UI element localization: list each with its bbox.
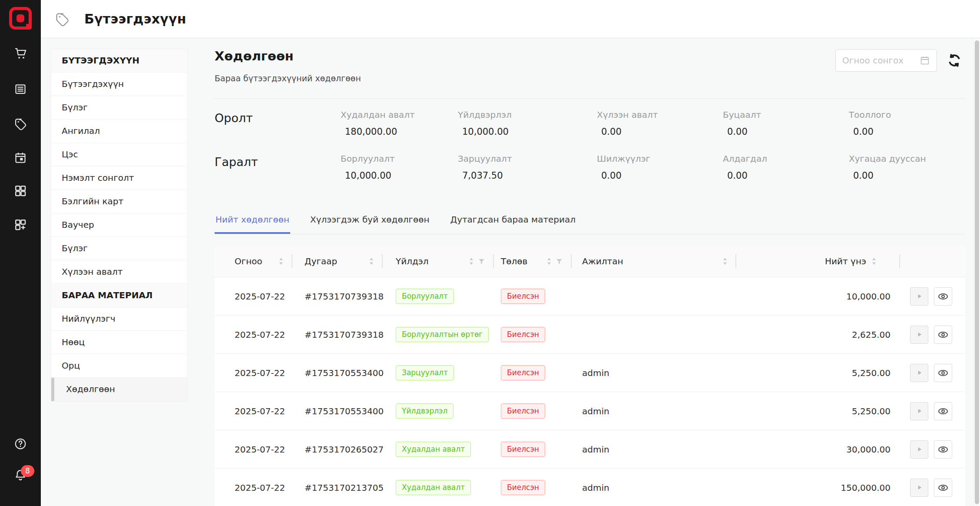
summary-metric: Хүлээн авалт 0.00	[597, 110, 723, 137]
play-icon	[916, 331, 923, 338]
sidebar-item-label: Хүлээн авалт	[62, 266, 122, 277]
cell-total: 10,000.00	[736, 291, 900, 302]
view-button[interactable]	[934, 479, 952, 497]
sidebar-item[interactable]: Бүтээгдэхүүн	[51, 73, 187, 96]
column-label: Үйлдэл	[396, 256, 429, 266]
status-badge: Биелсэн	[501, 327, 545, 342]
column-header[interactable]: Дугаар	[292, 246, 383, 277]
summary-metric: Хугацаа дууссан 0.00	[849, 153, 965, 181]
summary-metric: Зарцуулалт 7,037.50	[458, 153, 597, 181]
sidebar-item[interactable]: Нэмэлт сонголт	[51, 166, 187, 190]
view-button[interactable]	[934, 402, 952, 420]
play-button[interactable]	[910, 479, 928, 497]
filter-icon[interactable]	[478, 258, 485, 265]
sort-icon[interactable]	[469, 257, 474, 266]
sort-icon[interactable]	[369, 257, 374, 266]
cell-total: 2,625.00	[736, 330, 900, 340]
calendar-icon[interactable]	[14, 151, 27, 164]
summary-metric: Буцаалт 0.00	[723, 110, 849, 137]
cell-total: 150,000.00	[736, 483, 900, 493]
cell-number: #1753170213705	[292, 483, 383, 493]
column-header[interactable]: Үйлдэл	[383, 246, 494, 277]
date-range-picker[interactable]: Огноо сонгох	[835, 49, 937, 72]
sidebar-item[interactable]: Нөөц	[51, 331, 187, 354]
view-button[interactable]	[934, 364, 952, 382]
metric-value: 0.00	[849, 170, 965, 181]
cell-number: #1753170553400	[292, 406, 383, 416]
sort-icon[interactable]	[722, 257, 728, 266]
sidebar-item[interactable]: Нийлүүлэгч	[51, 307, 187, 331]
icon-rail: 8	[0, 0, 41, 506]
column-header[interactable]: Төлөв	[494, 246, 572, 277]
table-row[interactable]: 2025-07-22 #1753170553400 Зарцуулалт Бие…	[215, 354, 965, 392]
sidebar-item-label: Бүтээгдэхүүн	[62, 79, 124, 89]
page-subtitle: Бараа бүтээгдэхүүний хөдөлгөөн	[215, 73, 361, 83]
grid-icon[interactable]	[14, 184, 27, 197]
sidebar-item-label: Ангилал	[62, 126, 100, 136]
summary-group-label: Оролт	[215, 110, 341, 137]
sidebar-item[interactable]: Ангилал	[51, 120, 187, 143]
sidebar-item[interactable]: Бэлгийн карт	[51, 190, 187, 213]
summary-metric: Алдагдал 0.00	[723, 153, 849, 181]
column-header[interactable]: Огноо	[215, 246, 292, 277]
cell-staff: admin	[572, 406, 736, 416]
cell-number: #1753170553400	[292, 368, 383, 378]
sidebar-item[interactable]: Бүлэг	[51, 96, 187, 120]
status-badge: Биелсэн	[501, 403, 545, 419]
filter-icon[interactable]	[556, 258, 563, 265]
column-header[interactable]	[900, 246, 965, 277]
play-button[interactable]	[910, 402, 928, 420]
play-button[interactable]	[910, 440, 928, 459]
sidebar-item[interactable]: Ваучер	[51, 213, 187, 237]
cell-actions	[900, 440, 965, 459]
app-logo[interactable]	[9, 7, 32, 30]
eye-icon	[937, 482, 949, 493]
notification-badge[interactable]: 8	[21, 465, 34, 477]
sidebar-item[interactable]: Цэс	[51, 143, 187, 166]
play-button[interactable]	[910, 364, 928, 382]
metric-value: 0.00	[597, 126, 723, 137]
tag-icon[interactable]	[14, 117, 27, 130]
sidebar-item[interactable]: Хөдөлгөөн	[51, 378, 187, 401]
table-row[interactable]: 2025-07-22 #1753170553400 Үйлдвэрлэл Бие…	[215, 392, 965, 430]
apps-plus-icon[interactable]	[14, 218, 27, 231]
column-icons	[546, 257, 572, 266]
column-icons	[369, 257, 383, 266]
column-header[interactable]: Нийт үнэ	[736, 246, 900, 277]
scrollbar-thumb[interactable]	[975, 40, 979, 504]
metric-label: Хүлээн авалт	[597, 110, 723, 120]
cell-number: #1753170739318	[292, 330, 383, 340]
sort-icon[interactable]	[278, 257, 284, 266]
play-button[interactable]	[910, 287, 928, 306]
metric-label: Алдагдал	[723, 153, 849, 164]
column-icons	[722, 257, 736, 266]
column-header[interactable]: Ажилтан	[572, 246, 736, 277]
cell-staff: admin	[572, 483, 736, 493]
view-button[interactable]	[934, 326, 952, 344]
sidebar-item[interactable]: Хүлээн авалт	[51, 260, 187, 284]
orders-icon[interactable]	[14, 83, 27, 96]
table-row[interactable]: 2025-07-22 #1753170739318 Борлуулалт Бие…	[215, 277, 965, 316]
scrollbar[interactable]	[973, 38, 980, 506]
tab[interactable]: Хүлээгдэж буй хөдөлгөөн	[309, 212, 430, 234]
cell-total: 5,250.00	[736, 368, 900, 378]
tab[interactable]: Дутагдсан бараа материал	[450, 212, 577, 234]
sidebar-item[interactable]: Бүлэг	[51, 237, 187, 260]
sidebar-item-label: Цэс	[62, 149, 78, 160]
view-button[interactable]	[934, 440, 952, 459]
sort-icon[interactable]	[546, 257, 552, 266]
cart-icon[interactable]	[14, 47, 27, 60]
table-row[interactable]: 2025-07-22 #1753170265027 Худалдан авалт…	[215, 430, 965, 469]
sort-icon[interactable]	[871, 257, 877, 266]
view-button[interactable]	[934, 287, 952, 306]
table-row[interactable]: 2025-07-22 #1753170213705 Худалдан авалт…	[215, 469, 965, 506]
refresh-button[interactable]	[947, 53, 962, 68]
sidebar-item-label: Бэлгийн карт	[62, 196, 123, 206]
play-button[interactable]	[910, 326, 928, 344]
table-row[interactable]: 2025-07-22 #1753170739318 Борлуулалтын ө…	[215, 316, 965, 354]
metric-label: Үйлдвэрлэл	[458, 110, 597, 120]
help-icon[interactable]	[14, 437, 27, 450]
sidebar-item[interactable]: Орц	[51, 354, 187, 378]
sidebar-section-header: БҮТЭЭГДЭХҮҮН	[51, 49, 187, 73]
tab[interactable]: Нийт хөдөлгөөн	[215, 212, 290, 234]
